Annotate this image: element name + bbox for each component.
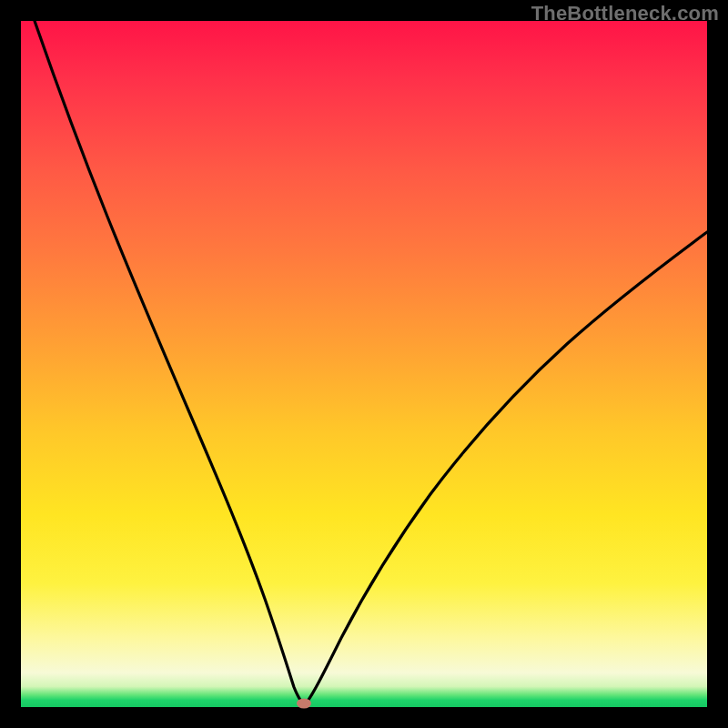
chart-frame: TheBottleneck.com — [0, 0, 728, 728]
watermark-text: TheBottleneck.com — [531, 2, 719, 25]
plot-area — [21, 21, 707, 707]
bottleneck-curve — [21, 21, 707, 707]
curve-right — [306, 232, 707, 703]
curve-left — [35, 21, 303, 703]
min-marker — [297, 699, 311, 709]
